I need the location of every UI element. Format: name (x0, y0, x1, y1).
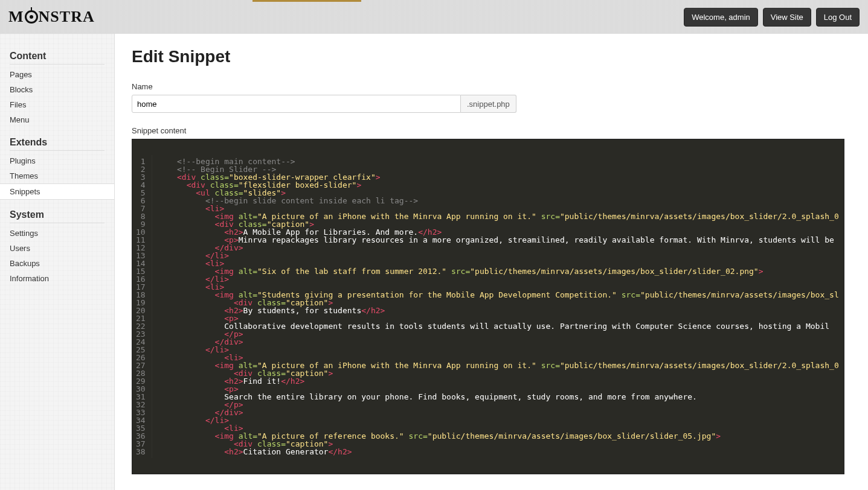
nav-item-blocks[interactable]: Blocks (10, 82, 104, 97)
welcome-button[interactable]: Welcome, admin (684, 8, 758, 27)
page-title: Edit Snippet (132, 47, 851, 66)
brand-logo[interactable]: MNSTRA (8, 8, 95, 26)
nav-item-backups[interactable]: Backups (10, 256, 104, 271)
nav-item-themes[interactable]: Themes (10, 168, 104, 183)
logout-button[interactable]: Log Out (816, 8, 860, 27)
nav-item-snippets[interactable]: Snippets (0, 183, 114, 200)
nav-item-users[interactable]: Users (10, 241, 104, 256)
code-editor[interactable]: 1234567891011121314151617181920212223242… (132, 139, 844, 474)
nav-section-content: Content (10, 45, 104, 65)
nav-section-system: System (10, 203, 104, 223)
sidebar: ContentPagesBlocksFilesMenuExtendsPlugin… (0, 34, 115, 490)
name-suffix: .snippet.php (461, 95, 516, 113)
code-area[interactable]: <!--begin main content--> <!-- Begin Sli… (152, 155, 844, 458)
nav-item-plugins[interactable]: Plugins (10, 153, 104, 168)
nav-item-information[interactable]: Information (10, 271, 104, 286)
line-number-gutter: 1234567891011121314151617181920212223242… (132, 155, 152, 458)
view-site-button[interactable]: View Site (763, 8, 811, 27)
top-buttons: Welcome, admin View Site Log Out (684, 8, 860, 27)
name-label: Name (132, 82, 851, 91)
main-content: Edit Snippet Name .snippet.php Snippet c… (115, 34, 868, 490)
nav-item-files[interactable]: Files (10, 97, 104, 112)
nav-item-settings[interactable]: Settings (10, 226, 104, 241)
top-loading-bar (252, 0, 361, 2)
nav-item-pages[interactable]: Pages (10, 67, 104, 82)
target-icon (25, 10, 38, 24)
nav-section-extends: Extends (10, 131, 104, 151)
snippet-name-input[interactable] (132, 95, 461, 113)
top-bar: MNSTRA Welcome, admin View Site Log Out (0, 0, 868, 34)
nav-item-menu[interactable]: Menu (10, 112, 104, 127)
content-label: Snippet content (132, 126, 851, 135)
